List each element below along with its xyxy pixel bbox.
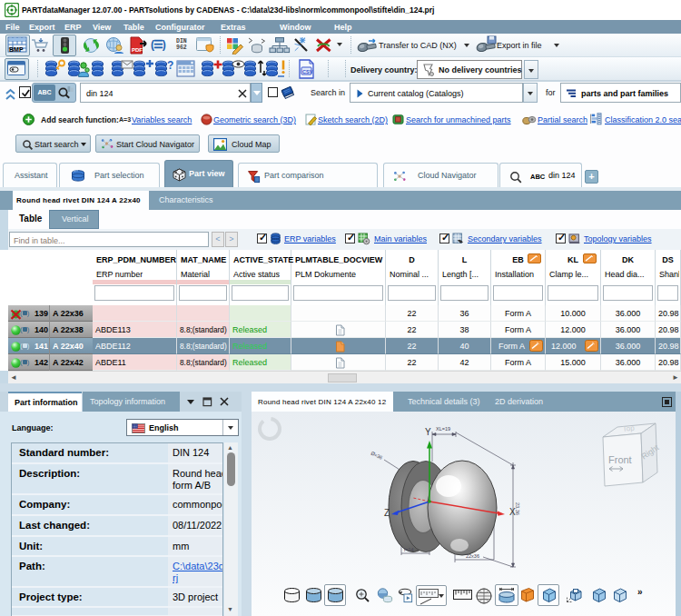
svg-text:X: X [509,507,516,517]
svg-text:Top: Top [622,424,635,433]
svg-text:XL=19: XL=19 [436,426,450,432]
svg-text:Y: Y [425,427,431,437]
svg-text:Front: Front [608,454,632,465]
svg-text:BMP: BMP [9,46,24,53]
svg-text:23,36: 23,36 [515,502,520,515]
svg-text:?: ? [167,59,173,72]
svg-text:CSV: CSV [302,69,313,75]
svg-text:Ø≈36: Ø≈36 [370,451,384,461]
svg-text:22x36: 22x36 [466,553,479,559]
svg-text:PDF: PDF [132,47,143,53]
svg-text:Z: Z [384,508,390,518]
svg-text:l=14: l=14 [404,547,414,552]
